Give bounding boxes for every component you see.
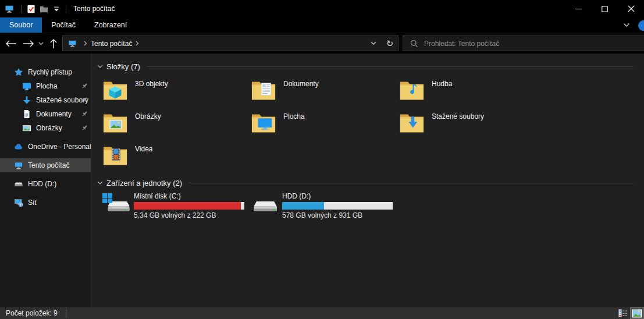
system-drive-icon [102, 192, 130, 218]
sidebar-item-label: Plocha [36, 82, 58, 90]
sidebar-item-hdd-d[interactable]: HDD (D:) [0, 177, 91, 191]
tab-pocitac[interactable]: Počítač [42, 17, 85, 33]
drive-icon [14, 179, 23, 189]
maximize-button[interactable] [592, 0, 618, 17]
thumbnail-view-icon[interactable] [630, 307, 644, 319]
search-input[interactable] [423, 39, 644, 48]
sidebar-item-onedrive-personal[interactable]: OneDrive - Personal [0, 140, 91, 154]
sidebar-item-obr-zky[interactable]: Obrázky [0, 121, 91, 135]
sidebar-item-label: Rychlý přístup [28, 68, 72, 76]
group-label: Zařízení a jednotky (2) [106, 179, 182, 187]
address-bar[interactable]: Tento počítač ↻ [62, 36, 399, 51]
network-icon [14, 198, 23, 207]
sidebar-item-sta-en-soubory[interactable]: Stažené soubory [0, 93, 91, 107]
sidebar-item-s[interactable]: Síť [0, 196, 91, 210]
window-title: Tento počítač [73, 5, 115, 13]
folder-tile-plocha[interactable]: Plocha [251, 109, 399, 137]
breadcrumb-root[interactable]: Tento počítač [91, 40, 132, 48]
group-header-folders[interactable]: Složky (7) [97, 61, 635, 72]
star-icon [14, 68, 23, 77]
folder-tile-videa[interactable]: Videa [102, 142, 251, 170]
chevron-right-icon[interactable] [136, 41, 139, 46]
refresh-icon[interactable]: ↻ [382, 36, 398, 51]
folder-name: Hudba [432, 77, 452, 105]
tab-zobrazeni[interactable]: Zobrazení [85, 17, 136, 33]
back-arrow-icon[interactable] [3, 36, 19, 51]
sidebar-item-label: Tento počítač [28, 161, 69, 169]
tab-soubor[interactable]: Soubor [0, 17, 42, 33]
items-count: Počet položek: 9 [6, 309, 58, 317]
folder-tile-obr-zky[interactable]: Obrázky [102, 109, 251, 137]
drive-usage-fill [134, 202, 241, 210]
minimize-button[interactable] [565, 0, 592, 17]
drive-tile-m-stn-disk-c[interactable]: Místní disk (C:)5,34 GB volných z 222 GB [102, 192, 251, 222]
group-divider [188, 183, 634, 183]
titlebar-separator [21, 5, 22, 13]
download-icon [22, 95, 31, 105]
document-icon [22, 109, 31, 119]
folder-tile-3d-objekty[interactable]: 3D objekty [102, 77, 251, 105]
computer-icon [4, 3, 16, 14]
group-divider [146, 66, 634, 67]
chevron-down-icon[interactable] [97, 181, 106, 185]
expand-ribbon-chevron-icon[interactable] [623, 23, 630, 27]
sidebar-item-label: Síť [28, 199, 37, 207]
desktop-icon [22, 81, 31, 91]
forward-arrow-icon[interactable] [21, 36, 36, 51]
status-separator [66, 310, 66, 317]
group-label: Složky (7) [106, 62, 140, 71]
title-bar: Tento počítač [0, 0, 644, 17]
folder-icon-monitor [251, 109, 277, 135]
pin-icon [80, 110, 88, 118]
help-icon[interactable] [638, 20, 644, 31]
sidebar-item-rychl-p-stup[interactable]: Rychlý přístup [0, 65, 91, 79]
navigation-pane: Rychlý přístupPlochaStažené souboryDokum… [0, 54, 91, 307]
folder-icon-pic [102, 109, 129, 135]
new-folder-icon[interactable] [37, 2, 50, 15]
file-list-pane: Složky (7) 3D objektyDokumentyHudbaObráz… [91, 54, 644, 307]
folder-icon-arrow [399, 109, 426, 135]
picture-icon [22, 123, 31, 133]
drive-name: Místní disk (C:) [134, 192, 181, 200]
folder-icon-note [399, 77, 426, 102]
sidebar-item-label: Obrázky [36, 124, 62, 132]
folder-tile-hudba[interactable]: Hudba [399, 77, 547, 105]
recent-locations-chevron-icon[interactable] [36, 36, 45, 51]
group-header-drives[interactable]: Zařízení a jednotky (2) [97, 177, 635, 189]
sidebar-item-tento-po-ta[interactable]: Tento počítač [0, 158, 91, 172]
folder-name: Plocha [283, 109, 305, 137]
pin-icon [80, 82, 88, 90]
folder-icon-film [102, 142, 129, 168]
sidebar-item-label: HDD (D:) [28, 180, 56, 188]
pin-icon [80, 124, 88, 132]
computer-icon [14, 161, 23, 170]
customize-qat-dropdown-icon[interactable] [50, 2, 63, 15]
cloud-icon [14, 142, 23, 151]
titlebar-separator [66, 5, 66, 13]
search-box[interactable] [403, 36, 644, 51]
computer-icon [67, 39, 78, 48]
navigation-toolbar: Tento počítač ↻ [0, 33, 644, 54]
folder-tile-dokumenty[interactable]: Dokumenty [251, 77, 399, 105]
close-button[interactable] [618, 0, 644, 17]
folder-name: Dokumenty [283, 77, 319, 105]
details-view-icon[interactable] [616, 307, 630, 319]
sidebar-item-label: Dokumenty [36, 110, 72, 118]
chevron-down-icon[interactable] [97, 65, 106, 69]
drive-usage-fill [282, 202, 324, 210]
address-dropdown-chevron-icon[interactable] [365, 36, 382, 51]
drive-usage-bar [134, 202, 244, 210]
sidebar-item-dokumenty[interactable]: Dokumenty [0, 107, 91, 121]
chevron-right-icon[interactable] [84, 41, 87, 46]
folder-name: Stažené soubory [432, 109, 484, 137]
properties-check-icon[interactable] [24, 2, 37, 15]
folder-tile-sta-en-soubory[interactable]: Stažené soubory [399, 109, 547, 137]
folder-name: Obrázky [135, 109, 161, 137]
magnifier-icon [410, 40, 418, 48]
up-arrow-icon[interactable] [47, 36, 61, 51]
drive-tile-hdd-d[interactable]: HDD (D:)578 GB volných z 931 GB [251, 192, 399, 222]
pin-icon [80, 96, 88, 104]
drive-free-space: 5,34 GB volných z 222 GB [134, 211, 216, 219]
sidebar-item-label: OneDrive - Personal [28, 143, 91, 151]
sidebar-item-plocha[interactable]: Plocha [0, 79, 91, 93]
